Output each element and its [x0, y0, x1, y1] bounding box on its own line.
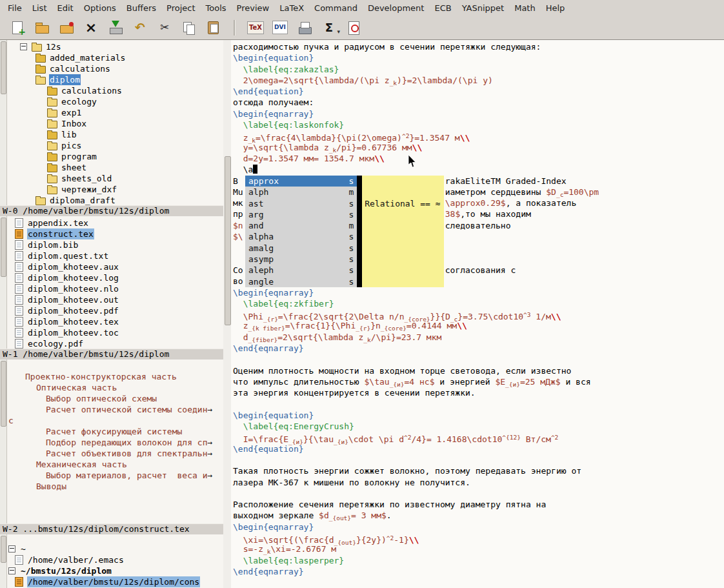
file-item[interactable]: diplom_khoteev.toc	[15, 327, 223, 338]
editor-buffer[interactable]: расходимостью пучка и радиусом в сечении…	[231, 40, 724, 588]
tree-item[interactable]: Inbox	[7, 118, 223, 129]
new-file-icon[interactable]: +	[8, 19, 27, 37]
cut-icon[interactable]: ✂	[155, 19, 174, 37]
file-item[interactable]: diplom_khoteev.log	[15, 272, 223, 283]
menu-item-project[interactable]: Project	[161, 1, 200, 15]
menu-item-command[interactable]: Command	[309, 1, 363, 15]
methods-pane: Проектно-конструкторская частьОптическая…	[0, 360, 223, 523]
menu-item-help[interactable]: Help	[541, 1, 570, 15]
history-item[interactable]: /home/valber/bmstu/12s/diplom/cons	[8, 576, 223, 587]
menu-item-buffers[interactable]: Buffers	[121, 1, 161, 15]
menu-item-file[interactable]: File	[3, 1, 27, 15]
file-item[interactable]: construct.tex	[15, 228, 223, 239]
tree-item[interactable]: diplom	[7, 74, 223, 85]
methods-scrollbar[interactable]	[0, 360, 7, 523]
scrollbar-thumb[interactable]	[1, 536, 6, 563]
menu-item-options[interactable]: Options	[79, 1, 121, 15]
method-item[interactable]: Расчет объективов для спектральн→	[8, 448, 223, 459]
tree-item[interactable]: 12s	[7, 41, 223, 52]
expander-icon[interactable]	[8, 545, 15, 553]
tree-item[interactable]: sheets_old	[7, 173, 223, 184]
autocomplete-item[interactable]: asymps	[245, 254, 357, 265]
menu-item-preview[interactable]: Preview	[232, 1, 275, 15]
method-item[interactable]: Подбор передающих волокон для сп→	[8, 437, 223, 448]
menu-item-latex[interactable]: LaTeX	[274, 1, 309, 15]
menu-item-edit[interactable]: Edit	[52, 1, 79, 15]
tree-item[interactable]: sheet	[7, 162, 223, 173]
math-symbols-icon[interactable]: Σ▾	[319, 19, 339, 37]
autocomplete-scrollbar[interactable]	[357, 176, 362, 287]
autocomplete-item[interactable]: asts	[245, 198, 357, 209]
menu-item-math[interactable]: Math	[509, 1, 541, 15]
tree-item[interactable]: lib	[7, 129, 223, 140]
open-folder-icon[interactable]	[32, 19, 52, 37]
autocomplete-item[interactable]: args	[245, 209, 357, 220]
autocomplete-item[interactable]: alephs	[245, 265, 357, 276]
print-preview-icon[interactable]	[295, 19, 314, 37]
scrollbar-thumb[interactable]	[1, 361, 6, 427]
file-item[interactable]: ecology.pdf	[15, 338, 223, 349]
view-dvi-icon[interactable]: DVI	[270, 19, 290, 37]
menu-item-ecb[interactable]: ECB	[429, 1, 456, 15]
method-item-label: Расчет объективов для спектральн	[46, 448, 207, 459]
close-file-icon[interactable]: ×	[81, 19, 101, 37]
autocomplete-item[interactable]: andm	[245, 220, 357, 231]
menu-item-tools[interactable]: Tools	[201, 1, 232, 15]
editor-line: Такая плотность энергии сожжет волокно, …	[233, 465, 724, 476]
method-item[interactable]: Выбор материалов, расчет веса и→	[8, 470, 223, 481]
autocomplete-item[interactable]: alphas	[245, 231, 357, 242]
dired-folder-icon[interactable]	[57, 19, 76, 37]
scrollbar-thumb[interactable]	[1, 41, 6, 94]
paste-icon[interactable]	[204, 19, 223, 37]
method-item[interactable]: Расчет фокусирующей системы	[8, 426, 223, 437]
method-item[interactable]: Выводы	[8, 481, 223, 492]
file-item[interactable]: diplom_khoteev.tex	[15, 316, 223, 327]
autocomplete-item[interactable]: angles	[245, 276, 357, 287]
folder-icon	[47, 121, 57, 128]
expander-icon[interactable]	[20, 43, 27, 50]
method-item[interactable]: Расчет оптической системы соедин→	[8, 404, 223, 415]
file-item[interactable]: diplom_khoteev.out	[15, 294, 223, 305]
tree-item[interactable]: added_materials	[7, 52, 223, 63]
undo-icon[interactable]: ↶	[130, 19, 150, 37]
tree-item[interactable]: exp1	[7, 107, 223, 118]
file-item[interactable]: appendix.tex	[15, 218, 223, 228]
autocomplete-item[interactable]: alphm	[245, 187, 357, 198]
scrollbar-thumb[interactable]	[1, 218, 6, 277]
method-item[interactable]: Механическая часть	[8, 459, 223, 470]
history-item[interactable]: ~	[8, 543, 223, 554]
latex-compile-icon[interactable]: TeX	[246, 19, 265, 37]
tree-scrollbar[interactable]	[0, 40, 7, 205]
file-item[interactable]: diplom_khoteev.nlo	[15, 283, 223, 294]
file-item[interactable]: diplom_khoteev.pdf	[15, 305, 223, 316]
tree-item[interactable]: diploma_draft	[7, 195, 223, 205]
menu-item-list[interactable]: List	[27, 1, 52, 15]
method-item[interactable]: Выбор оптической схемы	[8, 393, 223, 404]
file-item[interactable]: diplom_khoteev.aux	[15, 261, 223, 272]
menu-item-development[interactable]: Development	[363, 1, 430, 15]
files-scrollbar[interactable]	[0, 216, 7, 349]
tree-item[interactable]: чертежи_dxf	[7, 184, 223, 195]
method-item[interactable]: Оптическая часть	[8, 382, 223, 393]
tree-item[interactable]: ecology	[7, 96, 223, 107]
autocomplete-item[interactable]: amalgs	[245, 243, 357, 254]
method-item[interactable]: Проектно-конструкторская часть	[8, 371, 223, 382]
file-item[interactable]: diplom.bib	[15, 239, 223, 250]
history-item[interactable]: /home/valber/.emacs	[8, 554, 223, 565]
preview-icon[interactable]	[344, 19, 363, 37]
expander-icon[interactable]	[8, 567, 15, 574]
scrollbar-thumb[interactable]	[225, 156, 231, 325]
copy-icon[interactable]	[179, 19, 199, 37]
tree-item[interactable]: pics	[7, 140, 223, 151]
autocomplete-item[interactable]: approxs	[245, 176, 357, 187]
history-item[interactable]: ~/bmstu/12s/diplom	[8, 565, 223, 576]
method-item[interactable]: с	[8, 415, 223, 426]
tree-item[interactable]: calculations	[7, 85, 223, 96]
history-scrollbar[interactable]	[0, 534, 7, 588]
save-file-icon[interactable]	[106, 19, 125, 37]
tree-item[interactable]: calculations	[7, 63, 223, 74]
tree-item[interactable]: program	[7, 151, 223, 162]
menu-item-yasnippet[interactable]: YASnippet	[457, 1, 510, 15]
file-item[interactable]: diplom.quest.txt	[15, 250, 223, 261]
new-file-glyph: +	[18, 27, 26, 36]
